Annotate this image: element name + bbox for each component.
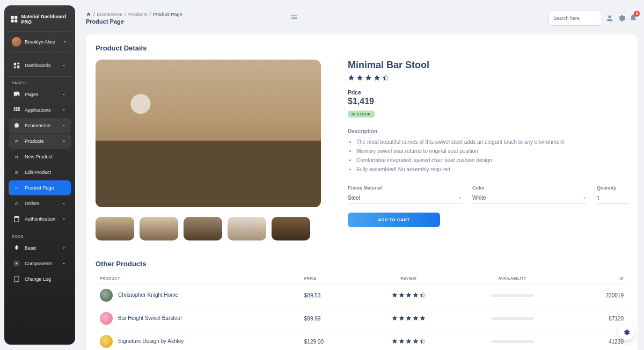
notifications-button[interactable]: 9: [629, 13, 638, 24]
product-thumbnail[interactable]: [228, 217, 266, 240]
star-icon: [420, 315, 426, 321]
svg-rect-1: [14, 16, 17, 19]
star-icon: [399, 338, 405, 344]
star-icon: [348, 74, 355, 81]
star-icon: [413, 338, 419, 344]
product-thumbnail[interactable]: [140, 217, 178, 240]
svg-rect-3: [14, 20, 17, 23]
product-thumbnail[interactable]: [184, 217, 222, 240]
sidebar-item-product-page[interactable]: P Product Page: [9, 180, 71, 195]
svg-rect-4: [14, 63, 16, 65]
star-icon: [374, 74, 380, 81]
sidebar-item-changelog[interactable]: Change Log: [9, 272, 71, 287]
brand-icon: [11, 15, 18, 24]
product-thumbnail[interactable]: [96, 217, 134, 240]
notif-count: 9: [634, 11, 640, 17]
sidebar-item-label: Dashboards: [25, 63, 57, 68]
availability-bar: [491, 340, 534, 343]
breadcrumb-ecommerce[interactable]: Ecommerce: [97, 12, 123, 17]
color-select[interactable]: White: [472, 193, 587, 203]
row-id: 87120: [569, 307, 628, 330]
quantity-label: Quantity: [597, 185, 628, 191]
table-row[interactable]: Bar Height Swivel Barstool $99.99 87120: [96, 307, 628, 330]
chevron-down-icon: [61, 261, 67, 266]
star-icon: [399, 315, 405, 321]
product-main-image[interactable]: [96, 60, 321, 207]
gear-icon[interactable]: [617, 14, 626, 23]
letter-icon: P: [13, 184, 20, 192]
sidebar-item-orders[interactable]: O Orders: [9, 196, 71, 211]
star-icon: [413, 292, 419, 298]
sidebar-item-authentication[interactable]: Authentication: [9, 212, 71, 227]
letter-icon: N: [13, 153, 20, 161]
content-card: Product Details Minimal Bar Stool Price …: [86, 34, 638, 350]
dashboard-icon: [13, 62, 20, 69]
quantity-input[interactable]: [597, 193, 628, 204]
row-name: Christopher Knight Home: [118, 292, 178, 298]
search-input[interactable]: [548, 11, 602, 26]
row-name: Bar Height Swivel Barstool: [118, 315, 181, 321]
gear-icon: [623, 329, 630, 336]
add-to-cart-button[interactable]: ADD TO CART: [348, 213, 440, 227]
color-label: Color: [472, 185, 587, 191]
sidebar-item-pages[interactable]: Pages: [9, 87, 71, 102]
chevron-down-icon: [61, 201, 67, 206]
sidebar-item-dashboards[interactable]: Dashboards: [9, 58, 71, 73]
section-product-details: Product Details: [96, 44, 628, 52]
breadcrumb-products[interactable]: Products: [128, 12, 148, 17]
brand[interactable]: Material Dashboard PRO: [9, 12, 71, 31]
home-icon[interactable]: [86, 12, 91, 17]
chevron-down-icon: [62, 39, 68, 45]
user-menu[interactable]: Brooklyn Alice: [9, 31, 71, 53]
row-rating: [392, 292, 426, 298]
sidebar-item-label: Edit Product: [25, 170, 67, 175]
product-thumbnail[interactable]: [272, 217, 310, 240]
chevron-down-icon: [61, 92, 67, 97]
star-icon: [406, 292, 412, 298]
clipboard-icon: [13, 215, 20, 223]
sidebar-item-label: Components: [25, 261, 57, 266]
sidebar-item-label: Orders: [25, 201, 57, 206]
svg-rect-0: [11, 16, 14, 19]
table-row[interactable]: Christopher Knight Home $89.53 230019: [96, 284, 628, 307]
chevron-down-icon: [61, 107, 67, 113]
section-pages: PAGES: [12, 81, 71, 85]
menu-toggle[interactable]: [290, 13, 298, 23]
sidebar-item-new-product[interactable]: N New Product: [9, 149, 71, 164]
widgets-icon: [13, 260, 20, 267]
row-rating: [392, 338, 426, 344]
svg-rect-8: [14, 107, 16, 109]
table-row[interactable]: Signature Design by Ashley $129.00 41230: [96, 330, 628, 351]
sidebar-item-edit-product[interactable]: E Edit Product: [9, 165, 71, 180]
sidebar-item-components[interactable]: Components: [9, 256, 71, 271]
sidebar-item-products[interactable]: P Products: [9, 134, 71, 149]
sidebar-item-ecommerce[interactable]: Ecommerce: [9, 118, 71, 133]
availability-bar: [491, 294, 534, 297]
product-thumb-icon: [100, 312, 113, 325]
sidebar-item-basic[interactable]: Basic: [9, 240, 71, 256]
sidebar-item-label: Product Page: [25, 185, 67, 191]
basket-icon: [13, 122, 20, 129]
product-name: Minimal Bar Stool: [348, 60, 628, 71]
sidebar-item-label: Products: [25, 138, 57, 144]
row-rating: [392, 315, 426, 321]
col-price: PRICE: [300, 273, 362, 284]
sidebar: Material Dashboard PRO Brooklyn Alice Da…: [4, 5, 75, 345]
description-item: Comfortable integrated layered chair sea…: [356, 157, 628, 164]
svg-point-14: [16, 262, 18, 265]
apps-icon: [13, 106, 20, 114]
frame-select[interactable]: Steel: [348, 193, 463, 203]
account-icon[interactable]: [605, 14, 614, 23]
chevron-down-icon: [61, 245, 67, 251]
sidebar-item-applications[interactable]: Applications: [9, 103, 71, 118]
svg-rect-9: [16, 107, 18, 109]
receipt-icon: [13, 275, 20, 283]
description-label: Description: [348, 128, 628, 134]
row-id: 230019: [569, 284, 628, 307]
star-icon: [365, 74, 372, 81]
settings-fab[interactable]: [618, 324, 634, 340]
rocket-icon: [13, 244, 20, 252]
col-review: REVIEW: [362, 273, 456, 284]
svg-rect-12: [16, 110, 18, 111]
star-icon: [356, 74, 363, 81]
